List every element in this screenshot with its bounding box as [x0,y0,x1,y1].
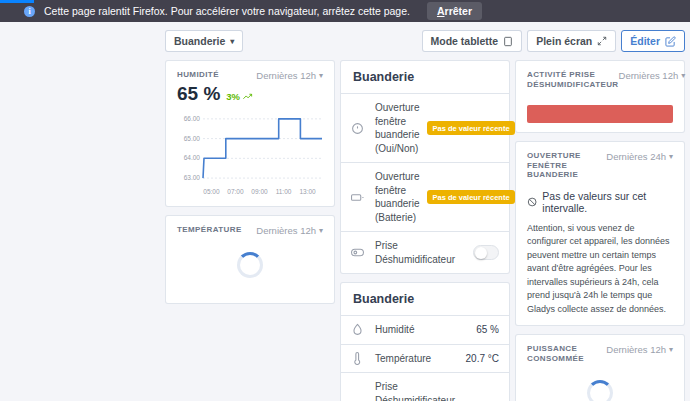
alert-circle-icon [351,122,367,135]
svg-text:63.00: 63.00 [184,174,201,181]
dashboard-toolbar: Buanderie ▾ Mode tablette Plein écran Éd… [165,30,685,52]
activity-timeline-bar [527,105,673,123]
devices-card: Buanderie Ouverture fenêtre buanderie (O… [340,60,510,274]
firefox-notification-bar: i Cette page ralentit Firefox. Pour accé… [0,0,690,22]
tablet-icon [503,36,513,47]
battery-icon [351,191,367,204]
svg-text:66.00: 66.00 [184,115,201,122]
svg-text:09:00: 09:00 [251,188,268,195]
chevron-down-icon: ▾ [669,152,673,161]
svg-text:11:00: 11:00 [276,188,292,195]
sensor-row: Température 20.7 °C [341,345,509,374]
sensors-card: Buanderie Humidité 65 % Température 20.7… [340,282,510,401]
sensor-value: 20.7 °C [466,352,499,365]
card-title-window-history: OUVERTURE FENÊTRE BUANDERIE [527,151,606,180]
card-title-temperature: TEMPÉRATURE [177,225,242,235]
sensor-value: 65 % [476,323,499,336]
chevron-down-icon: ▾ [230,37,234,46]
column-right: ACTIVITÉ PRISE DÉSHUMIDIFICATEUR Dernièr… [515,60,685,401]
range-dropdown-temperature[interactable]: Dernières 12h ▾ [256,225,323,236]
tablet-mode-button[interactable]: Mode tablette [422,30,523,52]
humidity-chart: 63.0064.0065.0066.0005:0007:0009:0011:00… [177,105,323,197]
stop-page-button[interactable]: Arrêter [427,2,482,20]
humidity-chart-card: HUMIDITÉ Dernières 12h ▾ 65 % 3% 63.0064… [165,60,335,207]
svg-text:65.00: 65.00 [184,135,201,142]
card-title-power: PUISSANCE CONSOMMÉE [527,344,606,363]
maximize-icon [597,36,607,46]
dashboard: Buanderie ▾ Mode tablette Plein écran Éd… [165,30,685,401]
toggle-icon [351,246,367,259]
sensor-row: Prise Déshumidificateur (Puissance conso… [341,373,509,401]
chevron-down-icon: ▾ [319,71,323,80]
device-row: Ouverture fenêtre buanderie (Batterie) P… [341,163,509,232]
empty-interval-message: Pas de valeurs sur cet intervalle. [527,190,673,214]
dehumidifier-toggle[interactable] [473,245,499,260]
device-row: Prise Déshumidificateur [341,232,509,273]
power-card: PUISSANCE CONSOMMÉE Dernières 12h ▾ [515,334,685,401]
column-middle: Buanderie Ouverture fenêtre buanderie (O… [340,60,510,401]
droplet-icon [351,323,367,336]
ban-icon [527,196,537,208]
column-left: HUMIDITÉ Dernières 12h ▾ 65 % 3% 63.0064… [165,60,335,312]
window-history-card: OUVERTURE FENÊTRE BUANDERIE Dernières 24… [515,141,685,326]
no-recent-value-badge: Pas de valeur récente [427,190,514,204]
sensors-card-title: Buanderie [341,283,509,316]
trend-up-icon [242,92,253,101]
thermometer-icon [351,352,367,365]
loading-spinner [587,380,613,401]
device-row: Ouverture fenêtre buanderie (Oui/Non) Pa… [341,94,509,163]
chevron-down-icon: ▾ [681,71,685,80]
activity-card: ACTIVITÉ PRISE DÉSHUMIDIFICATEUR Dernièr… [515,60,685,133]
humidity-current-value: 65 % [177,83,220,105]
svg-text:64.00: 64.00 [184,154,201,161]
card-title-activity: ACTIVITÉ PRISE DÉSHUMIDIFICATEUR [527,70,619,89]
aggregation-warning: Attention, si vous venez de configurer c… [527,222,673,317]
loading-spinner [237,252,263,278]
edit-pencil-icon [665,36,676,47]
sensor-row: Humidité 65 % [341,316,509,345]
chevron-down-icon: ▾ [319,226,323,235]
range-dropdown-activity[interactable]: Dernières 12h ▾ [619,70,686,81]
chevron-down-icon: ▾ [669,345,673,354]
fullscreen-button[interactable]: Plein écran [527,30,616,52]
devices-card-title: Buanderie [341,61,509,94]
toolbar-buttons: Mode tablette Plein écran Éditer [422,30,685,52]
no-recent-value-badge: Pas de valeur récente [427,121,514,135]
range-dropdown-window[interactable]: Dernières 24h ▾ [606,151,673,162]
notification-message: Cette page ralentit Firefox. Pour accélé… [44,5,410,17]
range-dropdown-power[interactable]: Dernières 12h ▾ [606,344,673,355]
edit-dashboard-button[interactable]: Éditer [621,30,685,52]
card-title-humidity: HUMIDITÉ [177,70,219,80]
svg-text:05:00: 05:00 [203,188,220,195]
temperature-chart-card: TEMPÉRATURE Dernières 12h ▾ [165,215,335,304]
dashboard-selector[interactable]: Buanderie ▾ [165,30,243,52]
active-tab-accent [0,0,34,3]
humidity-trend: 3% [226,91,253,102]
info-icon: i [24,6,35,17]
svg-text:07:00: 07:00 [227,188,244,195]
svg-text:13:00: 13:00 [299,188,316,195]
range-dropdown-humidity[interactable]: Dernières 12h ▾ [256,70,323,81]
